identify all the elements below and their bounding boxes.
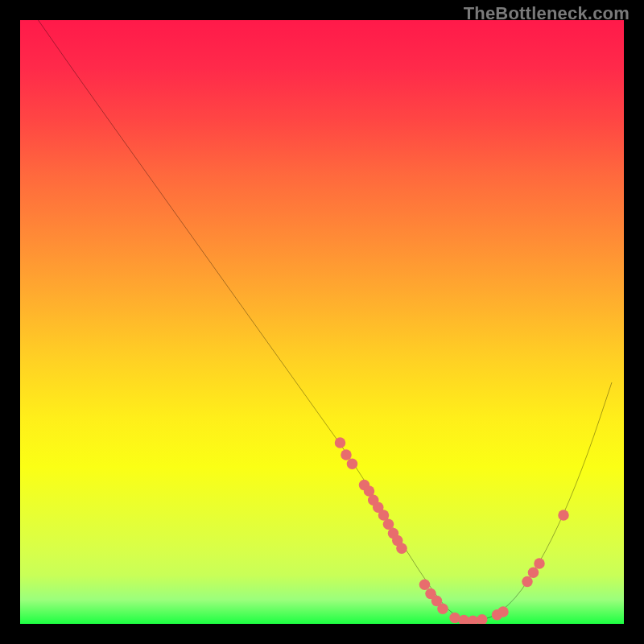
attribution-label: TheBottleneck.com [464,3,630,24]
marker-cluster-left-top-3 [347,459,357,470]
marker-bottom-4 [437,604,448,615]
marker-cluster-left-low-3 [396,543,407,555]
marker-cluster-left-top [335,437,345,448]
bottleneck-curve [39,20,613,620]
marker-bottom-8 [477,614,488,624]
plot-area [20,20,624,624]
marker-right-high [558,510,569,521]
data-markers [335,437,569,624]
marker-right-low-3 [534,558,545,569]
marker-bottom-10 [497,606,509,617]
chart-frame: TheBottleneck.com [0,0,644,644]
marker-right-low-2 [528,568,539,579]
marker-cluster-left-top-2 [341,449,351,460]
curve-layer [20,20,624,624]
marker-right-low-1 [522,576,533,588]
marker-bottom-1 [419,580,431,591]
marker-bottom-6 [459,615,470,624]
